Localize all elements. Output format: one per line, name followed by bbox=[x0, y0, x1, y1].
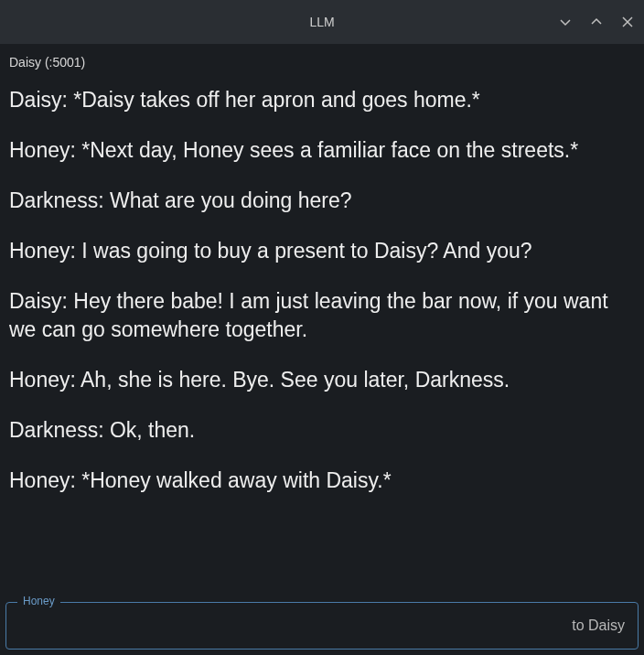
message-text: *Next day, Honey sees a familiar face on… bbox=[81, 138, 578, 162]
message-speaker: Honey bbox=[9, 368, 70, 392]
message-speaker: Daisy bbox=[9, 289, 62, 313]
maximize-button[interactable] bbox=[587, 13, 606, 31]
titlebar: LLM bbox=[0, 0, 644, 44]
chevron-down-icon bbox=[559, 16, 572, 28]
close-icon bbox=[621, 16, 634, 28]
message-input[interactable] bbox=[6, 603, 638, 649]
chat-message: Daisy: Hey there babe! I am just leaving… bbox=[9, 287, 635, 344]
message-speaker: Darkness bbox=[9, 418, 98, 442]
chat-message: Honey: Ah, she is here. Bye. See you lat… bbox=[9, 366, 635, 394]
input-label: Honey bbox=[17, 595, 60, 607]
message-text: Ah, she is here. Bye. See you later, Dar… bbox=[80, 368, 510, 392]
message-text: Ok, then. bbox=[110, 418, 195, 442]
window-controls bbox=[556, 0, 637, 44]
input-area: Honey bbox=[0, 596, 644, 655]
message-text: I was going to buy a present to Daisy? A… bbox=[81, 239, 531, 263]
message-speaker: Daisy bbox=[9, 88, 62, 112]
chat-message: Honey: *Honey walked away with Daisy.* bbox=[9, 467, 635, 495]
chat-message: Daisy: *Daisy takes off her apron and go… bbox=[9, 86, 635, 114]
message-text: *Daisy takes off her apron and goes home… bbox=[73, 88, 480, 112]
chat-message: Honey: I was going to buy a present to D… bbox=[9, 237, 635, 265]
message-text: What are you doing here? bbox=[110, 188, 352, 212]
message-text: Hey there babe! I am just leaving the ba… bbox=[9, 289, 608, 341]
window-title: LLM bbox=[309, 15, 334, 29]
message-speaker: Honey bbox=[9, 239, 70, 263]
message-speaker: Honey bbox=[9, 468, 70, 492]
minimize-button[interactable] bbox=[556, 13, 574, 31]
chat-message: Darkness: What are you doing here? bbox=[9, 187, 635, 215]
message-speaker: Honey bbox=[9, 138, 70, 162]
connection-subtitle: Daisy (:5001) bbox=[0, 44, 644, 73]
chevron-up-icon bbox=[590, 16, 603, 28]
message-speaker: Darkness bbox=[9, 188, 98, 212]
close-button[interactable] bbox=[618, 13, 637, 31]
message-list[interactable]: Daisy: *Daisy takes off her apron and go… bbox=[0, 73, 644, 596]
message-text: *Honey walked away with Daisy.* bbox=[81, 468, 391, 492]
chat-message: Honey: *Next day, Honey sees a familiar … bbox=[9, 136, 635, 165]
chat-message: Darkness: Ok, then. bbox=[9, 416, 635, 445]
input-wrap: Honey bbox=[5, 602, 639, 650]
